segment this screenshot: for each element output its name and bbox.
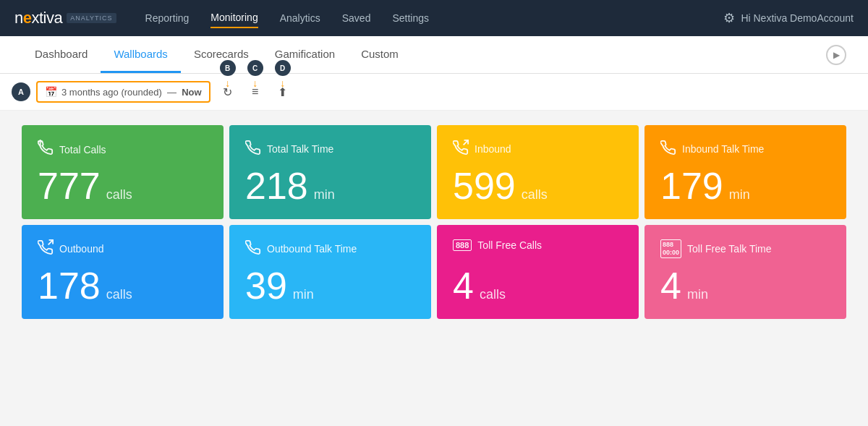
card-inbound: Inbound 599 calls — [437, 125, 639, 219]
card-outbound-talk-time-unit: min — [293, 287, 314, 302]
card-total-talk-time-title: Total Talk Time — [267, 143, 333, 155]
card-inbound-talk-time: Inbound Talk Time 179 min — [644, 125, 846, 219]
card-toll-free-calls-unit: calls — [480, 287, 506, 302]
phone-icon — [38, 140, 54, 159]
card-toll-free-calls: 888 Toll Free Calls 4 calls — [437, 225, 639, 319]
card-toll-free-talk-time-title: Toll Free Talk Time — [687, 243, 771, 255]
card-toll-free-talk-time-header: 88800:00 Toll Free Talk Time — [660, 239, 830, 258]
card-total-calls-title: Total Calls — [59, 144, 106, 156]
card-inbound-talk-time-header: Inbound Talk Time — [660, 140, 830, 158]
nav-settings[interactable]: Settings — [392, 9, 429, 27]
card-toll-free-calls-value: 4 — [453, 267, 474, 304]
card-total-calls-value: 777 — [38, 167, 101, 205]
user-greeting: Hi Nextiva DemoAccount — [741, 12, 854, 24]
annotation-d: D — [275, 60, 291, 76]
card-outbound-talk-time-value: 39 — [245, 267, 287, 304]
card-toll-free-talk-time: 88800:00 Toll Free Talk Time 4 min — [644, 225, 846, 319]
inbound-talk-icon — [660, 140, 676, 158]
analytics-badge: ANALYTICS — [67, 13, 116, 23]
top-navigation: nextiva ANALYTICS Reporting Monitoring A… — [0, 0, 868, 36]
nav-links: Reporting Monitoring Analytics Saved Set… — [145, 8, 724, 28]
card-toll-free-calls-header: 888 Toll Free Calls — [453, 239, 623, 251]
card-outbound-talk-time: Outbound Talk Time 39 min — [229, 225, 431, 319]
card-outbound-unit: calls — [106, 287, 132, 302]
scroll-right-arrow[interactable]: ▶ — [826, 45, 846, 65]
toll-free-talk-icon: 88800:00 — [660, 239, 681, 258]
nav-reporting[interactable]: Reporting — [145, 9, 190, 27]
refresh-button[interactable]: ↻ B ↓ — [218, 82, 238, 102]
nav-right: ⚙ Hi Nextiva DemoAccount — [723, 10, 854, 26]
toll-free-icon: 888 — [453, 239, 472, 251]
layout-button[interactable]: ≡ C ↓ — [245, 82, 265, 102]
chevron-right-icon: ▶ — [833, 50, 840, 60]
card-inbound-value: 599 — [453, 167, 516, 205]
phone-talk-icon — [245, 140, 261, 158]
card-outbound-title: Outbound — [59, 243, 104, 255]
main-content: Total Calls 777 calls Total Talk Time 21… — [0, 111, 868, 339]
nav-analytics[interactable]: Analytics — [280, 9, 320, 27]
card-outbound-header: Outbound — [38, 239, 208, 257]
cards-row-2: Outbound 178 calls Outbound Talk Time 39… — [22, 225, 846, 319]
inbound-phone-icon — [453, 140, 469, 158]
cards-row-1: Total Calls 777 calls Total Talk Time 21… — [22, 125, 846, 219]
card-total-calls: Total Calls 777 calls — [22, 125, 224, 219]
card-outbound: Outbound 178 calls — [22, 225, 224, 319]
svg-line-1 — [464, 140, 468, 145]
gear-icon[interactable]: ⚙ — [723, 10, 735, 26]
card-inbound-title: Inbound — [475, 143, 511, 155]
card-total-talk-time-header: Total Talk Time — [245, 140, 415, 158]
svg-line-2 — [48, 240, 53, 244]
card-toll-free-talk-time-value: 4 — [660, 267, 681, 304]
calendar-icon: 📅 — [45, 86, 57, 98]
annotation-c: C — [247, 60, 263, 76]
nav-saved[interactable]: Saved — [342, 9, 371, 27]
card-total-talk-time: Total Talk Time 218 min — [229, 125, 431, 219]
card-total-talk-time-value: 218 — [245, 167, 308, 205]
tab-custom[interactable]: Custom — [348, 37, 412, 73]
date-filter-button[interactable]: 📅 3 months ago (rounded) — Now — [36, 81, 210, 103]
card-inbound-header: Inbound — [453, 140, 623, 158]
outbound-talk-icon — [245, 239, 261, 257]
date-filter-text: 3 months ago (rounded) — Now — [61, 87, 202, 98]
card-total-talk-time-unit: min — [314, 187, 335, 203]
card-toll-free-talk-time-unit: min — [687, 287, 708, 302]
card-inbound-talk-time-unit: min — [729, 187, 750, 203]
annotation-a: A — [12, 82, 30, 101]
card-outbound-talk-time-title: Outbound Talk Time — [267, 243, 357, 255]
outbound-phone-icon — [38, 239, 54, 257]
nav-monitoring[interactable]: Monitoring — [210, 8, 258, 28]
export-button[interactable]: ⬆ D ↓ — [273, 82, 293, 102]
card-inbound-talk-time-value: 179 — [660, 167, 723, 205]
card-outbound-value: 178 — [38, 267, 101, 304]
logo: nextiva ANALYTICS — [14, 9, 116, 27]
tab-wallboards[interactable]: Wallboards — [101, 37, 180, 73]
card-total-calls-unit: calls — [106, 187, 132, 203]
annotation-b: B — [220, 60, 236, 76]
card-inbound-unit: calls — [522, 187, 548, 203]
sub-navigation: Dashboard Wallboards Scorecards Gamifica… — [0, 36, 868, 74]
tab-dashboard[interactable]: Dashboard — [22, 37, 101, 73]
card-outbound-talk-time-header: Outbound Talk Time — [245, 239, 415, 257]
card-inbound-talk-time-title: Inbound Talk Time — [682, 143, 764, 155]
toolbar: A 📅 3 months ago (rounded) — Now ↻ B ↓ ≡ — [0, 74, 868, 111]
card-total-calls-header: Total Calls — [38, 140, 208, 159]
logo-text: nextiva — [14, 9, 62, 27]
card-toll-free-calls-title: Toll Free Calls — [477, 239, 542, 251]
